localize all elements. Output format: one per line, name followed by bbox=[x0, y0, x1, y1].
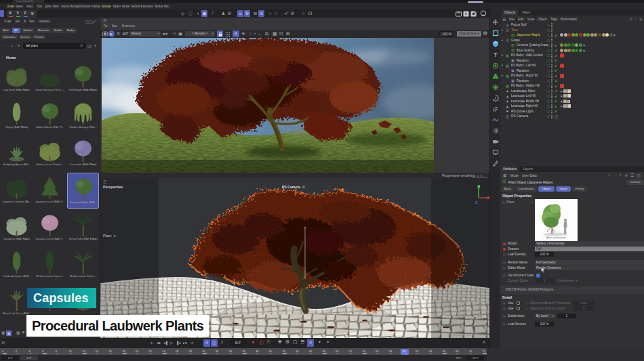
svg-text:T: T bbox=[494, 51, 498, 58]
svg-text:(Acer palmatum): (Acer palmatum) bbox=[546, 236, 566, 239]
svg-text:Z: Z bbox=[475, 200, 478, 205]
